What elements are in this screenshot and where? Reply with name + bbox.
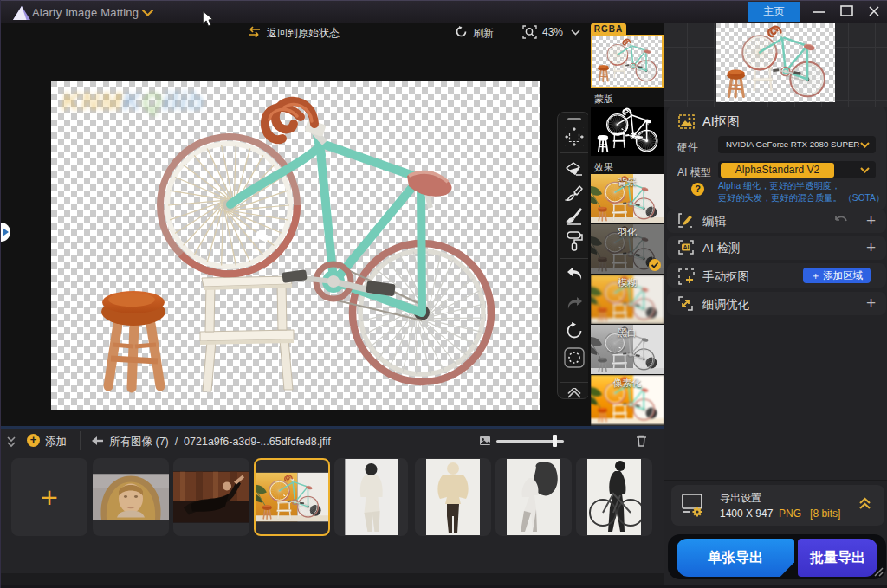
- svg-text:AI: AI: [683, 244, 690, 250]
